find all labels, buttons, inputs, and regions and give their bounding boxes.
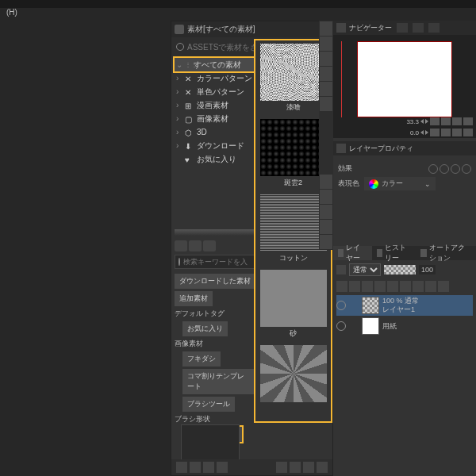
side-icon[interactable] xyxy=(320,190,332,204)
keyword-toolbar xyxy=(175,240,255,251)
side-icon[interactable] xyxy=(320,36,332,51)
layer-row-1[interactable]: 100 % 通常レイヤー1 xyxy=(336,295,473,316)
footer-btn[interactable] xyxy=(290,462,301,473)
rotate-right-icon[interactable] xyxy=(425,130,428,135)
visibility-icon[interactable] xyxy=(336,321,346,331)
layer-tool-btn[interactable] xyxy=(349,281,360,292)
tab-history[interactable]: ヒストリー xyxy=(372,246,416,260)
side-icon[interactable] xyxy=(320,220,332,234)
layer-tool-btn[interactable] xyxy=(336,281,347,292)
nav-btn[interactable] xyxy=(452,129,462,136)
nav-btn[interactable] xyxy=(452,117,462,125)
layer-tool-btn[interactable] xyxy=(400,281,411,292)
side-icon[interactable] xyxy=(320,97,332,111)
layer-properties-panel: レイヤープロパティ 効果 表現色カラー⌄ xyxy=(333,141,476,198)
nav-btn[interactable] xyxy=(441,117,451,125)
materials-header[interactable]: 素材[すべての素材] xyxy=(171,21,332,37)
side-icon[interactable] xyxy=(320,21,332,36)
navigator-body[interactable]: 33.3 0.0 xyxy=(333,35,476,138)
layer-tool-btn[interactable] xyxy=(413,281,424,292)
effect-btn[interactable] xyxy=(451,164,460,174)
menubar[interactable]: (H) xyxy=(0,8,21,21)
effect-label: 効果 xyxy=(338,163,352,174)
layers-panel: レイヤー ヒストリー オートアクション 通常 100 100 % 通常レイヤー1… xyxy=(333,246,476,338)
tag-downloaded[interactable]: ダウンロードした素材 xyxy=(175,274,255,289)
navigator-tab[interactable]: ナビゲーター xyxy=(333,21,476,35)
side-icon[interactable] xyxy=(320,67,332,81)
layer-tool-btn[interactable] xyxy=(387,281,398,292)
tag-added[interactable]: 追加素材 xyxy=(175,291,213,306)
default-tag-header: デフォルトタグ xyxy=(175,309,255,319)
texture-thumb xyxy=(260,270,327,327)
tag-brushtool[interactable]: ブラシツール xyxy=(182,397,235,412)
materials-icon xyxy=(175,25,184,34)
tab-icon[interactable] xyxy=(413,23,424,33)
layerprops-tab[interactable]: レイヤープロパティ xyxy=(333,141,476,155)
blend-mode-select[interactable]: 通常 xyxy=(349,263,381,276)
layer-btn[interactable] xyxy=(336,265,346,274)
rotate-left-icon[interactable] xyxy=(420,130,424,135)
opacity-slider[interactable] xyxy=(384,265,416,274)
zoom-in-icon[interactable] xyxy=(425,119,428,124)
footer-btn[interactable] xyxy=(176,462,187,473)
side-icon[interactable] xyxy=(320,52,332,66)
visibility-icon[interactable] xyxy=(336,301,346,310)
footer-btn[interactable] xyxy=(203,462,214,473)
footer-btn[interactable] xyxy=(190,462,201,473)
side-icon[interactable] xyxy=(320,205,332,219)
layer-row-paper[interactable]: 用紙 xyxy=(336,316,473,336)
thumb-item[interactable] xyxy=(255,345,331,407)
footer-btn[interactable] xyxy=(217,462,228,473)
layer-toolbar xyxy=(333,279,476,294)
nav-btn[interactable] xyxy=(430,129,440,136)
nav-btn[interactable] xyxy=(463,129,473,136)
zoom-value: 33.3 xyxy=(406,118,419,125)
kw-btn-2[interactable] xyxy=(189,240,202,251)
kw-btn-1[interactable] xyxy=(175,240,187,251)
nav-btn[interactable] xyxy=(463,117,473,125)
texture-thumb xyxy=(260,44,327,101)
footer-btn[interactable] xyxy=(303,462,314,473)
effect-btn[interactable] xyxy=(428,164,438,174)
thumb-item[interactable]: 砂 xyxy=(255,270,331,342)
keyword-search[interactable] xyxy=(175,255,255,269)
splitter[interactable] xyxy=(175,229,254,236)
menu-help[interactable]: (H) xyxy=(3,6,21,18)
layer-tool-btn[interactable] xyxy=(374,281,386,292)
side-icon[interactable] xyxy=(320,175,332,189)
hue-icon xyxy=(369,179,378,189)
effect-btn[interactable] xyxy=(440,164,449,174)
materials-footer xyxy=(171,459,332,475)
tag-fukidashi[interactable]: フキダシ xyxy=(182,351,221,367)
footer-btn[interactable] xyxy=(276,462,287,473)
color-dropdown[interactable]: カラー⌄ xyxy=(364,177,436,190)
nav-btn[interactable] xyxy=(430,117,440,125)
kw-btn-3[interactable] xyxy=(203,240,216,251)
tab-icon[interactable] xyxy=(397,23,408,33)
tag-list: ダウンロードした素材 追加素材 デフォルトタグ お気に入り 画像素材 フキダシ … xyxy=(175,274,255,444)
navigator-canvas[interactable] xyxy=(357,41,452,117)
nav-btn[interactable] xyxy=(441,129,451,136)
layer-tool-btn[interactable] xyxy=(425,281,436,292)
cloud-icon xyxy=(176,43,184,51)
side-icon[interactable] xyxy=(320,82,332,96)
tag-koma[interactable]: コマ割りテンプレート xyxy=(182,369,255,394)
titlebar xyxy=(0,0,476,8)
canvas-area[interactable] xyxy=(0,21,155,476)
navigator-controls: 33.3 0.0 xyxy=(333,114,476,138)
side-icon[interactable] xyxy=(320,235,332,249)
layer-tool-btn[interactable] xyxy=(438,281,449,292)
tab-layers[interactable]: レイヤー xyxy=(333,246,372,260)
tab-autoaction[interactable]: オートアクション xyxy=(416,246,476,260)
tag-favorite[interactable]: お気に入り xyxy=(182,321,228,336)
zoom-out-icon[interactable] xyxy=(420,119,424,124)
navigator-icon xyxy=(336,23,346,33)
layer-tool-btn[interactable] xyxy=(362,281,373,292)
opacity-value[interactable]: 100 xyxy=(419,265,436,274)
history-icon xyxy=(377,249,382,257)
effect-btn[interactable] xyxy=(462,164,471,174)
footer-btn[interactable] xyxy=(317,462,328,473)
navigator-panel: ナビゲーター 33.3 0.0 xyxy=(333,21,476,138)
materials-title: 素材 xyxy=(187,25,203,33)
tab-icon[interactable] xyxy=(428,23,440,33)
